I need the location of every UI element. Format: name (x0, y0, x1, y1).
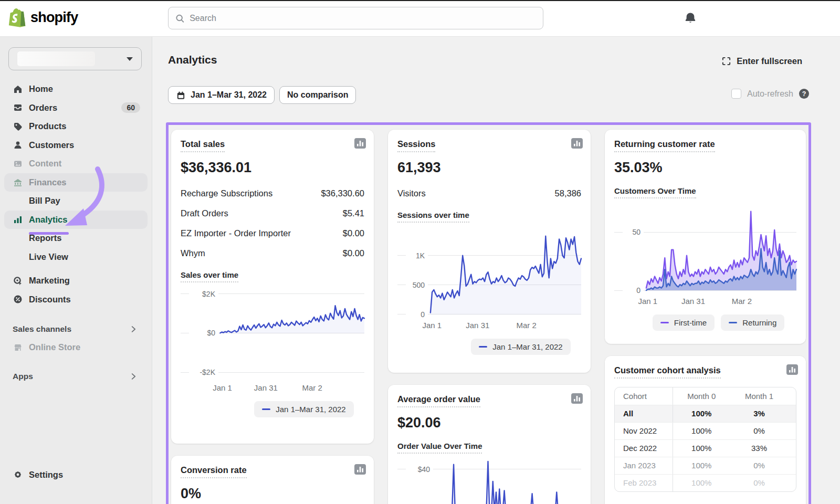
gear-icon (13, 469, 23, 480)
returning-customer-rate-value: 35.03% (614, 160, 796, 176)
breakdown-row: EZ Importer - Order Importer$0.00 (181, 227, 364, 240)
store-selector[interactable] (8, 47, 142, 70)
conversion-rate-card: Conversion rate 0% (171, 456, 374, 504)
sessions-breakdown: Visitors58,386 (397, 187, 581, 200)
analytics-bars-icon (13, 214, 23, 225)
cohort-row-nov-2022[interactable]: Nov 2022100%0% (615, 422, 796, 439)
image-icon (13, 159, 23, 169)
order-value-over-time-chart: $40 (397, 459, 581, 504)
home-icon (13, 84, 23, 94)
sidebar-item-discounts[interactable]: Discounts (4, 290, 148, 309)
caret-down-icon (127, 57, 133, 61)
purple-annotation-underline (29, 232, 69, 235)
cohort-row-feb-2023[interactable]: Feb 2023100%0% (615, 474, 796, 491)
sidebar-item-reports[interactable]: Reports (4, 229, 148, 248)
bar-chart-icon[interactable] (571, 393, 583, 406)
enter-fullscreen-label: Enter fullscreen (737, 56, 802, 66)
fullscreen-icon (721, 56, 731, 66)
help-icon[interactable]: ? (799, 89, 809, 99)
sales-legend: Jan 1–Mar 31, 2022 (181, 401, 364, 417)
conversion-rate-value: 0% (181, 486, 364, 502)
marketing-target-icon (13, 276, 23, 286)
global-search[interactable] (168, 7, 543, 29)
filters-row: Jan 1–Mar 31, 2022 No comparison (168, 86, 356, 104)
comparison-label: No comparison (287, 90, 348, 100)
legend-dash (262, 408, 270, 410)
sidebar-item-live-view[interactable]: Live View (4, 248, 148, 267)
order-value-over-time-title[interactable]: Order Value Over Time (397, 442, 482, 454)
average-order-value-title[interactable]: Average order value (397, 394, 480, 407)
orders-icon (13, 102, 23, 113)
sales-channels-section[interactable]: Sales channels (4, 320, 148, 338)
cohort-row-all[interactable]: All100%3% (615, 405, 796, 422)
search-input[interactable] (190, 14, 537, 23)
storefront-icon (13, 342, 23, 353)
sidebar-item-finances[interactable]: Finances (4, 173, 148, 192)
returning-customer-rate-card: Returning customer rate 35.03% Customers… (605, 130, 806, 344)
cohort-row-jan-2023[interactable]: Jan 2023100%0% (615, 457, 796, 474)
legend-dash (479, 346, 487, 348)
comparison-button[interactable]: No comparison (279, 86, 356, 104)
sidebar-item-bill-pay[interactable]: Bill Pay (4, 192, 148, 211)
cohort-table: Cohort Month 0 Month 1 Month 2 All100%3%… (614, 387, 796, 492)
page-title: Analytics (168, 54, 217, 66)
conversion-rate-title[interactable]: Conversion rate (181, 465, 247, 478)
customer-cohort-analysis-card: Customer cohort analysis Cohort Month 0 … (605, 356, 806, 504)
sidebar-item-content[interactable]: Content (4, 154, 148, 173)
chevron-right-icon (129, 372, 138, 381)
sidebar-item-analytics[interactable]: Analytics (4, 211, 148, 229)
cohort-header-row: Cohort Month 0 Month 1 Month 2 (615, 387, 796, 405)
tag-icon (13, 121, 23, 132)
average-order-value-card: Average order value $20.06 Order Value O… (388, 385, 591, 504)
total-sales-breakdown: Recharge Subscriptions$36,330.60 Draft O… (181, 187, 364, 260)
apps-section[interactable]: Apps (4, 368, 148, 385)
shopify-bag-icon (8, 7, 26, 27)
calendar-icon (176, 90, 186, 100)
sessions-over-time-title[interactable]: Sessions over time (397, 211, 469, 223)
total-sales-value: $36,336.01 (181, 160, 364, 176)
person-icon (13, 140, 23, 150)
breakdown-row: Recharge Subscriptions$36,330.60 (181, 187, 364, 200)
sessions-legend: Jan 1–Mar 31, 2022 (397, 339, 581, 355)
sidebar-item-settings[interactable]: Settings (4, 466, 148, 485)
enter-fullscreen-button[interactable]: Enter fullscreen (721, 56, 802, 66)
sales-over-time-chart: $2K$0-$2KJan 1Jan 31Mar 2 (181, 288, 364, 395)
sidebar-nav: Home Orders 60 Products Customers Conten… (0, 80, 152, 385)
sidebar: Home Orders 60 Products Customers Conten… (0, 37, 152, 504)
customer-cohort-analysis-title[interactable]: Customer cohort analysis (614, 365, 721, 379)
notifications-bell-icon[interactable] (684, 11, 697, 25)
auto-refresh-checkbox[interactable] (731, 89, 741, 99)
top-bar: shopify (0, 0, 840, 37)
sidebar-item-marketing[interactable]: Marketing (4, 271, 148, 290)
cohort-row-dec-2022[interactable]: Dec 2022100%33% (615, 439, 796, 457)
breakdown-row: Whym$0.00 (181, 247, 364, 260)
cards-column-2: Sessions 61,393 Visitors58,386 Sessions … (388, 130, 591, 504)
customers-legend: First-time Returning (614, 314, 796, 331)
bar-chart-icon[interactable] (354, 464, 366, 477)
sessions-title[interactable]: Sessions (397, 139, 435, 152)
sidebar-item-online-store[interactable]: Online Store (4, 338, 148, 357)
sessions-over-time-chart: 1K5000Jan 1Jan 31Mar 2 (397, 228, 581, 332)
search-icon (175, 13, 185, 24)
date-range-button[interactable]: Jan 1–Mar 31, 2022 (168, 86, 275, 104)
total-sales-title[interactable]: Total sales (181, 139, 225, 152)
customers-over-time-chart: 500Jan 1Jan 31Mar 2 (614, 204, 796, 308)
sessions-card: Sessions 61,393 Visitors58,386 Sessions … (388, 130, 591, 373)
store-name-redacted (17, 51, 95, 66)
average-order-value-value: $20.06 (397, 415, 581, 431)
returning-customer-rate-title[interactable]: Returning customer rate (614, 139, 715, 152)
sidebar-item-products[interactable]: Products (4, 117, 148, 136)
legend-pill: Jan 1–Mar 31, 2022 (471, 339, 570, 355)
cards-column-3: Returning customer rate 35.03% Customers… (605, 130, 806, 504)
bar-chart-icon[interactable] (571, 138, 583, 151)
customers-over-time-title[interactable]: Customers Over Time (614, 186, 696, 198)
sidebar-item-orders[interactable]: Orders 60 (4, 99, 148, 118)
bar-chart-icon[interactable] (354, 138, 366, 151)
sidebar-item-customers[interactable]: Customers (4, 136, 148, 155)
shopify-logo[interactable]: shopify (8, 7, 78, 27)
sidebar-item-home[interactable]: Home (4, 80, 148, 99)
sales-over-time-title[interactable]: Sales over time (181, 270, 238, 282)
legend-pill-first-time: First-time (653, 314, 715, 331)
breakdown-row: Draft Orders$5.41 (181, 207, 364, 220)
bar-chart-icon[interactable] (786, 364, 798, 377)
